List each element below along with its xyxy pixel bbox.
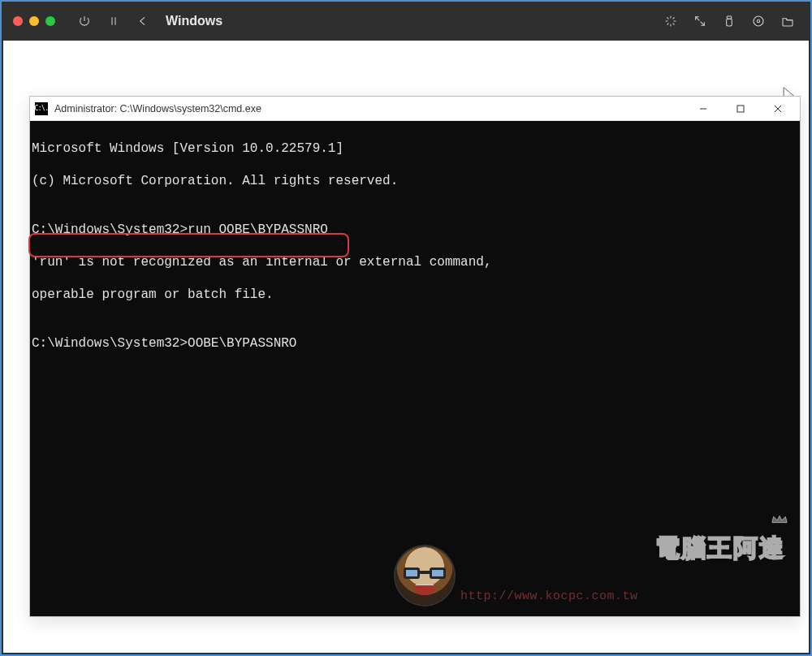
back-icon[interactable]: [132, 10, 154, 32]
usb-device-icon[interactable]: [718, 10, 741, 32]
disc-icon[interactable]: [747, 10, 770, 32]
watermark-avatar-icon: [395, 546, 454, 605]
minimize-button[interactable]: [685, 97, 722, 121]
watermark-url: http://www.kocpc.com.tw: [460, 589, 638, 605]
cmd-titlebar[interactable]: C:\. Administrator: C:\Windows\system32\…: [30, 97, 800, 121]
power-icon[interactable]: [73, 10, 96, 32]
cmd-window: C:\. Administrator: C:\Windows\system32\…: [29, 96, 801, 617]
watermark: 電腦王阿達 http://www.kocpc.com.tw: [395, 525, 785, 605]
traffic-lights: [13, 16, 55, 26]
cmd-title: Administrator: C:\Windows\system32\cmd.e…: [54, 103, 261, 114]
loading-spinner-icon: [659, 10, 682, 32]
svg-point-3: [757, 19, 759, 22]
cmd-terminal[interactable]: Microsoft Windows [Version 10.0.22579.1]…: [30, 121, 800, 616]
maximize-button[interactable]: [722, 97, 759, 121]
terminal-line: operable program or batch file.: [32, 287, 798, 303]
crown-icon: [771, 514, 788, 524]
vm-desktop: C:\. Administrator: C:\Windows\system32\…: [3, 41, 809, 653]
terminal-line: Microsoft Windows [Version 10.0.22579.1]: [32, 140, 798, 157]
expand-icon[interactable]: [689, 10, 711, 32]
cmd-app-icon: C:\.: [35, 102, 48, 115]
svg-rect-4: [737, 106, 744, 112]
svg-rect-1: [727, 19, 732, 26]
vm-titlebar: Windows: [2, 2, 810, 41]
pause-icon[interactable]: [102, 10, 125, 32]
terminal-line: C:\Windows\System32>run OOBE\BYPASSNRO: [32, 222, 798, 238]
minimize-traffic-light[interactable]: [29, 16, 39, 26]
vm-title: Windows: [166, 14, 222, 28]
terminal-line: (c) Microsoft Corporation. All rights re…: [32, 173, 798, 189]
folder-open-icon[interactable]: [776, 10, 799, 32]
close-button[interactable]: [759, 97, 797, 121]
close-traffic-light[interactable]: [13, 16, 23, 26]
zoom-traffic-light[interactable]: [45, 16, 55, 26]
watermark-title: 電腦王阿達: [460, 525, 785, 590]
terminal-line: 'run' is not recognized as an internal o…: [32, 254, 798, 270]
svg-point-2: [754, 16, 763, 26]
terminal-line: C:\Windows\System32>OOBE\BYPASSNRO: [32, 335, 798, 352]
